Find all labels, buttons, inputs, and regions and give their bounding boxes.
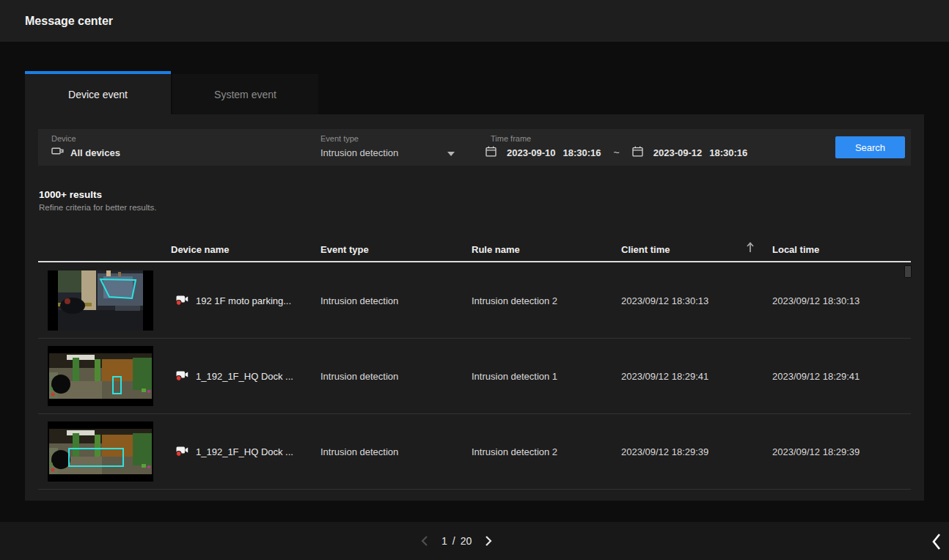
sort-ascending-icon[interactable]: [746, 242, 755, 256]
client-time-cell: 2023/09/12 18:29:41: [621, 371, 708, 382]
time-frame-filter: Time frame 2023-09-10: [486, 134, 747, 159]
event-type-cell: Intrusion detection: [320, 446, 398, 457]
end-time-field[interactable]: 18:30:16: [709, 147, 747, 158]
pagination: 1 / 20: [419, 522, 494, 560]
table-row[interactable]: 1_192_1F_HQ Dock ... Intrusion detection…: [38, 339, 911, 414]
column-client-time[interactable]: Client time: [621, 244, 670, 255]
main-panel: Device event System event Device: [25, 71, 924, 501]
client-time-cell: 2023/09/12 18:30:13: [621, 295, 708, 306]
rule-name-cell: Intrusion detection 2: [472, 295, 557, 306]
tab-system-event-label: System event: [214, 89, 276, 100]
event-type-filter-label: Event type: [320, 134, 504, 143]
event-thumbnail[interactable]: [48, 421, 153, 482]
next-page-button[interactable]: [483, 534, 494, 548]
event-type-filter-value: Intrusion detection: [320, 147, 398, 158]
tab-device-event-label: Device event: [68, 89, 128, 100]
device-name-text: 1_192_1F_HQ Dock ...: [196, 446, 293, 457]
page-indicator: 1 / 20: [441, 535, 472, 547]
message-center-window: Message center Device event System event…: [0, 0, 949, 560]
table-header: Device name Event type Rule name Client …: [38, 237, 911, 262]
chevron-down-icon[interactable]: [447, 152, 455, 156]
column-local-time[interactable]: Local time: [772, 244, 819, 255]
time-frame-label: Time frame: [486, 134, 747, 143]
column-event-type[interactable]: Event type: [320, 244, 369, 255]
column-device-name[interactable]: Device name: [171, 244, 230, 255]
total-pages: 20: [461, 535, 472, 547]
start-time-field[interactable]: 18:30:16: [563, 147, 601, 158]
device-event-panel: Device All devices Event type: [25, 114, 924, 501]
client-time-cell: 2023/09/12 18:29:39: [621, 446, 708, 457]
local-time-cell: 2023/09/12 18:29:41: [772, 371, 860, 382]
local-time-cell: 2023/09/12 18:30:13: [772, 295, 860, 306]
event-type-cell: Intrusion detection: [320, 295, 398, 306]
device-name-text: 192 1F moto parking...: [196, 295, 291, 306]
chevron-left-icon: [931, 542, 942, 553]
search-button[interactable]: Search: [835, 136, 905, 158]
rule-name-cell: Intrusion detection 1: [472, 371, 557, 382]
previous-page-button[interactable]: [419, 534, 430, 548]
time-range-separator: ~: [614, 147, 620, 158]
calendar-icon-start[interactable]: [486, 146, 497, 160]
page-title: Message center: [25, 0, 113, 42]
page-separator: /: [452, 535, 455, 547]
results-count: 1000+ results: [39, 189, 102, 200]
device-filter[interactable]: Device All devices: [51, 134, 120, 159]
device-name-cell: 1_192_1F_HQ Dock ...: [176, 445, 293, 459]
tab-device-event[interactable]: Device event: [25, 71, 171, 114]
tab-system-event[interactable]: System event: [172, 74, 318, 114]
collapse-panel-button[interactable]: [931, 532, 942, 553]
device-name-text: 1_192_1F_HQ Dock ...: [196, 371, 293, 382]
device-filter-label: Device: [51, 134, 120, 143]
calendar-icon-end[interactable]: [632, 146, 643, 160]
camera-recording-icon: [176, 369, 189, 383]
table-row[interactable]: 192 1F moto parking... Intrusion detecti…: [38, 263, 911, 339]
camera-recording-icon: [176, 445, 189, 459]
event-type-filter[interactable]: Event type Intrusion detection: [320, 134, 504, 159]
current-page: 1: [441, 535, 447, 547]
table-row[interactable]: 1_192_1F_HQ Dock ... Intrusion detection…: [38, 414, 911, 490]
camera-recording-icon: [176, 294, 189, 308]
tab-bar: Device event System event: [25, 71, 318, 114]
title-bar: Message center: [0, 0, 949, 42]
device-name-cell: 1_192_1F_HQ Dock ...: [176, 369, 293, 383]
device-filter-value: All devices: [70, 147, 120, 158]
event-thumbnail[interactable]: [48, 270, 153, 331]
event-type-cell: Intrusion detection: [320, 371, 398, 382]
table-rows: 192 1F moto parking... Intrusion detecti…: [38, 263, 911, 490]
rule-name-cell: Intrusion detection 2: [472, 446, 557, 457]
dock-panorama-scene: [49, 353, 152, 399]
local-time-cell: 2023/09/12 18:29:39: [772, 446, 860, 457]
start-date-field[interactable]: 2023-09-10: [507, 147, 556, 158]
end-date-field[interactable]: 2023-09-12: [653, 147, 703, 158]
device-name-cell: 192 1F moto parking...: [176, 294, 291, 308]
bottom-bar: 1 / 20: [0, 522, 949, 560]
results-hint: Refine criteria for better results.: [39, 203, 156, 212]
filter-bar: Device All devices Event type: [38, 129, 911, 166]
dock-panorama-scene: [49, 429, 152, 474]
event-thumbnail[interactable]: [48, 346, 153, 406]
column-rule-name[interactable]: Rule name: [472, 244, 520, 255]
video-camera-icon: [51, 145, 65, 160]
